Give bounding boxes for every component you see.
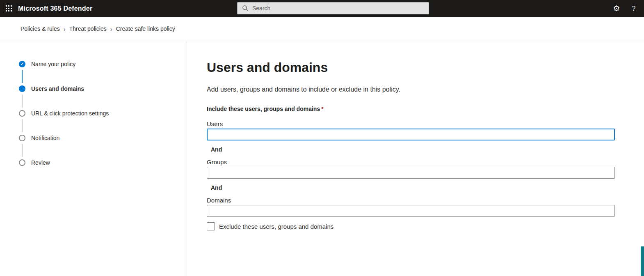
- step-label: Review: [31, 159, 50, 166]
- wizard-step-row[interactable]: ✓ Notification: [19, 135, 187, 141]
- help-icon: ?: [632, 5, 636, 12]
- topbar-actions: ⚙ ?: [608, 0, 642, 17]
- groups-label: Groups: [207, 159, 615, 166]
- and-separator: And: [211, 146, 615, 153]
- wizard-step-notification: ✓ Notification: [19, 135, 187, 159]
- page-description: Add users, groups and domains to include…: [207, 86, 615, 93]
- exclude-checkbox[interactable]: [207, 222, 215, 230]
- top-bar: Microsoft 365 Defender ⚙ ?: [0, 0, 644, 17]
- include-section-label: Include these users, groups and domains*: [207, 106, 615, 112]
- groups-input[interactable]: [207, 167, 615, 179]
- chevron-right-icon: ›: [64, 25, 66, 32]
- step-connector-line: [22, 70, 23, 83]
- step-upcoming-icon: ✓: [19, 159, 25, 166]
- breadcrumb-policies-rules[interactable]: Policies & rules: [21, 25, 60, 32]
- breadcrumb-threat-policies[interactable]: Threat policies: [69, 25, 107, 32]
- users-field-group: Users: [207, 120, 615, 140]
- breadcrumb-create-safe-links-policy[interactable]: Create safe links policy: [116, 25, 175, 32]
- wizard-step-url-click-protection: ✓ URL & click protection settings: [19, 110, 187, 135]
- gear-icon: ⚙: [613, 5, 620, 12]
- wizard-steps-sidebar: ✓ Name your policy ✓ Users and domains ✓…: [0, 41, 187, 276]
- wizard-step-row[interactable]: ✓ URL & click protection settings: [19, 110, 187, 117]
- wizard-step-review: ✓ Review: [19, 159, 187, 184]
- scrollbar-thumb[interactable]: [641, 246, 644, 276]
- step-upcoming-icon: ✓: [19, 110, 25, 117]
- and-separator: And: [211, 184, 615, 191]
- exclude-checkbox-label: Exclude these users, groups and domains: [219, 223, 333, 230]
- step-label: Name your policy: [31, 61, 75, 67]
- step-upcoming-icon: ✓: [19, 135, 25, 141]
- users-input[interactable]: [207, 129, 615, 140]
- wizard-step-name-your-policy: ✓ Name your policy: [19, 61, 187, 85]
- users-label: Users: [207, 120, 615, 127]
- app-title: Microsoft 365 Defender: [18, 5, 92, 12]
- breadcrumb: Policies & rules › Threat policies › Cre…: [0, 17, 644, 41]
- step-connector-line: [22, 119, 23, 132]
- step-connector-line: [22, 94, 23, 108]
- wizard-step-row[interactable]: ✓ Users and domains: [19, 85, 187, 92]
- required-asterisk: *: [321, 106, 323, 112]
- domains-field-group: Domains: [207, 197, 615, 217]
- step-label: Notification: [31, 135, 59, 141]
- step-label: Users and domains: [31, 85, 84, 92]
- waffle-icon: [6, 5, 12, 12]
- search-input[interactable]: [237, 2, 429, 14]
- wizard-step-users-and-domains: ✓ Users and domains: [19, 85, 187, 110]
- domains-label: Domains: [207, 197, 615, 204]
- step-connector-line: [22, 144, 23, 157]
- app-launcher-button[interactable]: [0, 0, 18, 17]
- step-label: URL & click protection settings: [31, 110, 109, 117]
- settings-button[interactable]: ⚙: [608, 0, 625, 17]
- wizard-step-row[interactable]: ✓ Name your policy: [19, 61, 187, 67]
- check-icon: ✓: [21, 62, 24, 66]
- exclude-option-row: Exclude these users, groups and domains: [207, 222, 615, 230]
- step-current-icon: ✓: [19, 85, 25, 92]
- page-title: Users and domains: [207, 60, 615, 75]
- global-search: [237, 2, 429, 14]
- domains-input[interactable]: [207, 205, 615, 217]
- chevron-right-icon: ›: [110, 25, 112, 32]
- step-complete-icon: ✓: [19, 61, 25, 67]
- content-area: ✓ Name your policy ✓ Users and domains ✓…: [0, 41, 644, 276]
- wizard-page-users-and-domains: Users and domains Add users, groups and …: [187, 41, 644, 276]
- help-button[interactable]: ?: [625, 0, 642, 17]
- groups-field-group: Groups: [207, 159, 615, 179]
- wizard-step-row[interactable]: ✓ Review: [19, 159, 187, 166]
